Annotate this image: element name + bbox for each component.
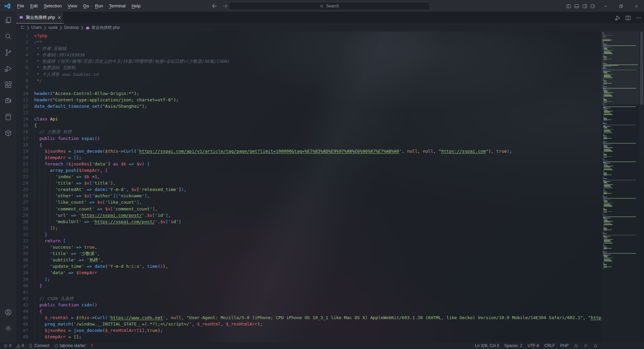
customize-layout-icon[interactable] bbox=[590, 4, 595, 9]
code-line[interactable]: 45 $_resHtml = $this->Curl('https://www.… bbox=[16, 314, 644, 321]
status-item-0[interactable]: 0 bbox=[3, 343, 11, 348]
code-line[interactable]: 36 'subtitle' => '热榜', bbox=[16, 257, 644, 263]
activity-extensions-icon[interactable] bbox=[0, 77, 16, 93]
breadcrumb-item[interactable]: Users bbox=[31, 25, 42, 30]
code-line[interactable]: 3 * 作者:苏晓晴 bbox=[16, 45, 644, 52]
status-item-feedback[interactable] bbox=[584, 344, 588, 348]
code-line[interactable]: 24 'title' => $v['title'], bbox=[16, 180, 644, 186]
navigate-forward-icon[interactable] bbox=[221, 3, 228, 9]
tab-close-icon[interactable]: ✕ bbox=[58, 15, 61, 20]
menu-item-file[interactable]: File bbox=[14, 3, 27, 8]
activity-search-icon[interactable] bbox=[0, 28, 16, 44]
code-line[interactable]: 48 $tempArr = []; bbox=[16, 334, 644, 340]
code-line[interactable]: 30 'mobilUrl' => 'https://sspai.com/post… bbox=[16, 218, 644, 225]
code-line[interactable]: 10header("Access-Control-Allow-Origin:*"… bbox=[16, 90, 644, 97]
breadcrumb-item[interactable]: Desktop bbox=[64, 25, 79, 30]
code-line[interactable]: 37 'update_time' => date('Y-m-d h:i:s', … bbox=[16, 263, 644, 269]
code-line[interactable]: 11header("Content-type:application/json;… bbox=[16, 97, 644, 103]
tab-active-file[interactable]: 聚合热搜榜.php ✕ bbox=[16, 12, 64, 23]
status-item-![interactable]: ! bbox=[91, 343, 93, 348]
activity-settings-icon[interactable] bbox=[0, 320, 16, 336]
code-line[interactable]: 23 'index' => $k +1, bbox=[16, 173, 644, 180]
status-item-spaces-2[interactable]: Spaces: 2 bbox=[504, 343, 522, 348]
code-line[interactable]: 39 ]; bbox=[16, 276, 644, 283]
code-line[interactable]: 16 // 少数派 热榜 bbox=[16, 129, 644, 135]
code-line[interactable]: 47 $jsonRes = json_decode($_resHtmlArr[1… bbox=[16, 327, 644, 334]
menu-item-selection[interactable]: Selection bbox=[41, 3, 64, 8]
run-or-debug-icon[interactable] bbox=[615, 15, 621, 21]
activity-database-icon[interactable] bbox=[0, 109, 16, 125]
status-item-tabnine-starter-[interactable]: tabnine starter: bbox=[54, 343, 87, 348]
navigate-back-icon[interactable] bbox=[211, 3, 218, 9]
menu-item-terminal[interactable]: Terminal bbox=[106, 3, 128, 8]
code-line[interactable]: 31 ]); bbox=[16, 225, 644, 231]
status-item-connect[interactable]: Connect bbox=[29, 343, 49, 348]
code-line[interactable]: 13 bbox=[16, 109, 644, 116]
code-line[interactable]: 44 { bbox=[16, 308, 644, 314]
code-line[interactable]: 29 'url' => 'https://sspai.com/post/'.$v… bbox=[16, 212, 644, 218]
activity-remote-box-icon[interactable] bbox=[0, 93, 16, 109]
breadcrumb-item[interactable]: C: bbox=[21, 25, 25, 30]
toggle-secondary-sidebar-icon[interactable] bbox=[582, 4, 587, 9]
breadcrumb-item[interactable]: 聚合热搜榜.php bbox=[85, 25, 119, 31]
status-item-ln-328-col-3[interactable]: Ln 328, Col 3 bbox=[475, 343, 499, 348]
more-actions-icon[interactable] bbox=[636, 15, 641, 21]
code-line[interactable]: 34 'success' => true, bbox=[16, 244, 644, 250]
code-line[interactable]: 5 * 热搜榜 (知乎/微博/百度/历史上的今天/抖音/哔哩哔哩(热搜+全站日榜… bbox=[16, 58, 644, 64]
activity-run-debug-icon[interactable] bbox=[0, 60, 16, 77]
code-content[interactable]: 1<?php2/**3 * 作者:苏晓晴4 * 作者QQ:30741938365… bbox=[16, 33, 644, 340]
code-line[interactable]: 26 'other' => $v['author']['nickname'], bbox=[16, 193, 644, 199]
code-line[interactable]: 9 bbox=[16, 84, 644, 90]
restore-button[interactable] bbox=[613, 0, 628, 12]
status-item-0[interactable]: 0 bbox=[16, 343, 24, 348]
status-item-block[interactable] bbox=[574, 344, 578, 348]
minimize-button[interactable] bbox=[598, 0, 613, 12]
toggle-sidebar-icon[interactable] bbox=[566, 4, 571, 9]
code-line[interactable]: 2/** bbox=[16, 39, 644, 45]
menu-item-run[interactable]: Run bbox=[92, 3, 106, 8]
minimap-slider[interactable] bbox=[601, 32, 639, 105]
menu-item-view[interactable]: View bbox=[65, 3, 80, 8]
code-line[interactable]: 22 array_push($tempArr, [ bbox=[16, 167, 644, 173]
code-line[interactable]: 25 'createdAt' => date('Y-m-d', $v['rele… bbox=[16, 186, 644, 193]
code-line[interactable]: 32 } bbox=[16, 231, 644, 238]
status-item-utf-8[interactable]: UTF-8 bbox=[528, 343, 539, 348]
code-line[interactable]: 40 } bbox=[16, 283, 644, 289]
menu-item-edit[interactable]: Edit bbox=[27, 3, 41, 8]
activity-cube-icon[interactable] bbox=[0, 125, 16, 141]
status-item-crlf[interactable]: CRLF bbox=[544, 343, 555, 348]
code-line[interactable]: 14class Api bbox=[16, 116, 644, 122]
vertical-scrollbar[interactable] bbox=[639, 32, 644, 342]
code-line[interactable]: 28 'comment_count' => $v['comment_count'… bbox=[16, 206, 644, 212]
status-item-php[interactable]: PHP bbox=[560, 343, 569, 348]
menu-item-go[interactable]: Go bbox=[80, 3, 92, 8]
minimap[interactable] bbox=[601, 32, 639, 342]
close-window-button[interactable] bbox=[629, 0, 644, 12]
code-line[interactable]: 7 * 个人博客 www.toubiec.cn bbox=[16, 71, 644, 78]
activity-account-icon[interactable] bbox=[0, 304, 16, 320]
status-item-bell[interactable] bbox=[593, 344, 598, 348]
code-line[interactable]: 20 $tempArr = []; bbox=[16, 154, 644, 161]
code-line[interactable]: 43 public function csdn() bbox=[16, 302, 644, 308]
code-line[interactable]: 12date_default_timezone_set("Asia/Shangh… bbox=[16, 103, 644, 109]
code-line[interactable]: 19 $jsonRes = json_decode($this->Curl('h… bbox=[16, 148, 644, 154]
code-editor[interactable]: 1<?php2/**3 * 作者:苏晓晴4 * 作者QQ:30741938365… bbox=[16, 32, 644, 342]
activity-source-control-icon[interactable] bbox=[0, 44, 16, 60]
search-input[interactable]: Search bbox=[229, 2, 430, 10]
scrollbar-thumb[interactable] bbox=[640, 32, 643, 105]
code-line[interactable]: 42 // CSDN 头条榜 bbox=[16, 295, 644, 302]
breadcrumb-item[interactable]: suxia bbox=[48, 25, 58, 30]
toggle-panel-icon[interactable] bbox=[574, 4, 579, 9]
code-line[interactable]: 41 bbox=[16, 289, 644, 295]
code-line[interactable]: 15{ bbox=[16, 122, 644, 129]
code-line[interactable]: 21 foreach ($jsonRes['data'] as $k => $v… bbox=[16, 161, 644, 167]
code-line[interactable]: 27 'like_count' => $v['like_count'], bbox=[16, 199, 644, 205]
code-line[interactable]: 17 public function sspai() bbox=[16, 135, 644, 142]
code-line[interactable]: 18 { bbox=[16, 142, 644, 148]
code-line[interactable]: 46 preg_match('/window.__INITIAL_STATE__… bbox=[16, 321, 644, 327]
code-line[interactable]: 1<?php bbox=[16, 33, 644, 39]
code-line[interactable]: 35 'title' => '少数派', bbox=[16, 250, 644, 257]
split-editor-icon[interactable] bbox=[625, 15, 631, 21]
code-line[interactable]: 6 * 免费源码 无限制 bbox=[16, 64, 644, 71]
code-line[interactable]: 33 return [ bbox=[16, 238, 644, 244]
